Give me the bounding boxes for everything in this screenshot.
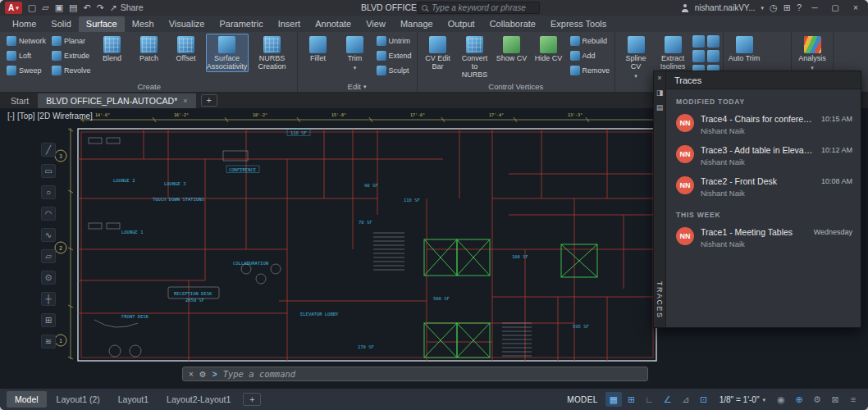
circle-tool-icon[interactable]: ○ bbox=[41, 185, 56, 199]
revolve-button[interactable]: Revolve bbox=[50, 66, 93, 75]
add-cv-button[interactable]: Add bbox=[569, 51, 612, 61]
layout-tab-layout1[interactable]: Layout1 bbox=[110, 391, 157, 408]
notifications-icon[interactable]: ◷ bbox=[770, 3, 778, 12]
search-box[interactable]: Type a keyword or phrase bbox=[417, 2, 540, 14]
layout-tab-model[interactable]: Model bbox=[7, 391, 47, 408]
sweep-button[interactable]: Sweep bbox=[5, 66, 48, 75]
trace-item[interactable]: NN Trace4 - Chairs for conference room N… bbox=[666, 109, 861, 140]
autocad-logo-button[interactable]: A ▾ bbox=[5, 2, 22, 14]
trace-item[interactable]: NN Trace2 - Front Desk Nishant Naik 10:0… bbox=[666, 171, 861, 203]
offset-button[interactable]: Offset bbox=[169, 34, 203, 64]
rebuild-button[interactable]: Rebuild bbox=[569, 36, 612, 46]
polygon-tool-icon[interactable]: ▱ bbox=[41, 249, 56, 263]
untrim-button[interactable]: Untrim bbox=[375, 36, 413, 46]
viewport-view-control[interactable]: [Top] bbox=[16, 112, 36, 121]
viewport-menu-control[interactable]: [-] bbox=[7, 112, 16, 121]
arc-tool-icon[interactable]: ◠ bbox=[41, 207, 56, 221]
isolate-objects-icon[interactable]: ◉ bbox=[773, 392, 789, 407]
tab-insert[interactable]: Insert bbox=[271, 16, 308, 32]
point-tool-icon[interactable]: ┼ bbox=[41, 292, 56, 306]
extrude-button[interactable]: Extrude bbox=[50, 51, 93, 61]
panel-label-create[interactable]: Create bbox=[5, 81, 294, 92]
surface-associativity-toggle[interactable]: Surface Associativity bbox=[206, 34, 249, 72]
fillet-button[interactable]: Fillet bbox=[301, 34, 336, 64]
chevron-down-icon[interactable]: ▾ bbox=[761, 5, 765, 11]
auto-trim-button[interactable]: Auto Trim bbox=[727, 34, 761, 64]
patch-button[interactable]: Patch bbox=[132, 34, 167, 64]
print-icon[interactable]: ▤ bbox=[69, 3, 77, 12]
trace-item[interactable]: NN Trace3 - Add table in Elevator Lobby … bbox=[666, 140, 861, 171]
new-drawing-button[interactable]: + bbox=[201, 94, 217, 107]
infer-toggle-icon[interactable]: ⊿ bbox=[678, 392, 694, 407]
command-customize-icon[interactable]: ⚙ bbox=[199, 370, 207, 379]
file-tab-start[interactable]: Start bbox=[2, 93, 37, 108]
line-tool-icon[interactable]: ╱ bbox=[41, 143, 56, 157]
tab-manage[interactable]: Manage bbox=[393, 16, 441, 32]
new-layout-button[interactable]: + bbox=[243, 393, 261, 406]
minimize-button[interactable]: ─ bbox=[807, 3, 822, 12]
command-close-icon[interactable]: × bbox=[189, 370, 194, 379]
command-input-placeholder[interactable]: Type a command bbox=[223, 369, 296, 379]
new-file-icon[interactable]: ▢ bbox=[28, 3, 36, 12]
loft-button[interactable]: Loft bbox=[5, 51, 48, 61]
palette-menu-icon[interactable]: ▤ bbox=[656, 104, 664, 112]
spline-tool-icon[interactable]: ∿ bbox=[41, 228, 56, 242]
edit-spline-icon[interactable] bbox=[707, 50, 720, 62]
command-line[interactable]: × ⚙ > Type a command bbox=[182, 367, 648, 381]
save-icon[interactable]: ▣ bbox=[55, 3, 63, 12]
tab-express-tools[interactable]: Express Tools bbox=[543, 16, 614, 32]
signed-in-user[interactable]: nishant.naikVY... bbox=[695, 3, 756, 12]
tab-visualize[interactable]: Visualize bbox=[162, 16, 212, 32]
grid-toggle-icon[interactable]: ▦ bbox=[605, 392, 622, 407]
tab-collaborate[interactable]: Collaborate bbox=[482, 16, 543, 32]
trace-item[interactable]: NN Trace1 - Meeting Tables Nishant Naik … bbox=[666, 222, 861, 253]
nurbs-creation-toggle[interactable]: NURBS Creation bbox=[251, 34, 294, 72]
palette-autohide-icon[interactable]: ◨ bbox=[656, 89, 664, 97]
redo-icon[interactable]: ↷ bbox=[97, 3, 104, 12]
rectangle-tool-icon[interactable]: ▭ bbox=[41, 164, 56, 178]
clean-screen-icon[interactable]: ⊠ bbox=[827, 392, 843, 407]
app-store-icon[interactable]: ⊞ bbox=[783, 3, 791, 12]
tab-output[interactable]: Output bbox=[441, 16, 482, 32]
close-button[interactable]: × bbox=[848, 3, 863, 12]
help-icon[interactable]: ? bbox=[797, 3, 802, 12]
snap-toggle-icon[interactable]: ⊞ bbox=[624, 392, 640, 407]
polar-toggle-icon[interactable]: ∠ bbox=[660, 392, 676, 407]
spline-cv-button[interactable]: Spline CV▾ bbox=[619, 34, 653, 80]
network-button[interactable]: Network bbox=[5, 36, 48, 46]
tab-annotate[interactable]: Annotate bbox=[308, 16, 359, 32]
osnap-toggle-icon[interactable]: ⊡ bbox=[696, 392, 712, 407]
cv-edit-bar-button[interactable]: CV Edit Bar bbox=[421, 34, 455, 72]
open-folder-icon[interactable]: ▱ bbox=[42, 3, 48, 12]
analysis-button[interactable]: Analysis▾ bbox=[795, 34, 829, 71]
blend-curve-icon[interactable] bbox=[707, 35, 720, 48]
extend-button[interactable]: Extend bbox=[375, 51, 413, 61]
offset-curve-icon[interactable] bbox=[692, 50, 705, 62]
maximize-button[interactable]: ▢ bbox=[828, 3, 843, 12]
ortho-toggle-icon[interactable]: ∟ bbox=[642, 392, 658, 407]
hide-cv-button[interactable]: Hide CV bbox=[532, 34, 566, 64]
annotation-visibility-icon[interactable]: ⊕ bbox=[791, 392, 807, 407]
customization-menu-icon[interactable]: ≡ bbox=[845, 392, 861, 407]
layout-tab-layout2-layout1[interactable]: Layout2-Layout1 bbox=[158, 391, 239, 408]
hatch-tool-icon[interactable]: ≋ bbox=[41, 335, 56, 348]
close-tab-icon[interactable]: × bbox=[183, 97, 187, 105]
panel-label-control-vertices[interactable]: Control Vertices bbox=[421, 81, 612, 92]
tab-surface[interactable]: Surface bbox=[79, 16, 125, 32]
tab-parametric[interactable]: Parametric bbox=[212, 16, 270, 32]
array-tool-icon[interactable]: ⊞ bbox=[41, 313, 56, 327]
tab-home[interactable]: Home bbox=[5, 16, 43, 32]
settings-gear-icon[interactable]: ⚙ bbox=[809, 392, 825, 407]
planar-button[interactable]: Planar bbox=[50, 36, 93, 46]
convert-to-nurbs-button[interactable]: Convert to NURBS bbox=[458, 34, 492, 80]
tab-solid[interactable]: Solid bbox=[43, 16, 78, 32]
palette-close-icon[interactable]: × bbox=[657, 75, 661, 82]
panel-label-edit[interactable]: Edit▾ bbox=[301, 81, 413, 92]
donut-tool-icon[interactable]: ⊙ bbox=[41, 271, 56, 285]
space-indicator[interactable]: MODEL bbox=[561, 395, 604, 404]
remove-cv-button[interactable]: Remove bbox=[569, 66, 612, 75]
file-tab-drawing[interactable]: BLVD OFFICE_PLAN-AUTOCAD* × bbox=[38, 93, 195, 108]
spline-freehand-icon[interactable] bbox=[692, 35, 705, 48]
blend-button[interactable]: Blend bbox=[95, 34, 130, 64]
share-button[interactable]: ↗ Share bbox=[110, 3, 144, 12]
